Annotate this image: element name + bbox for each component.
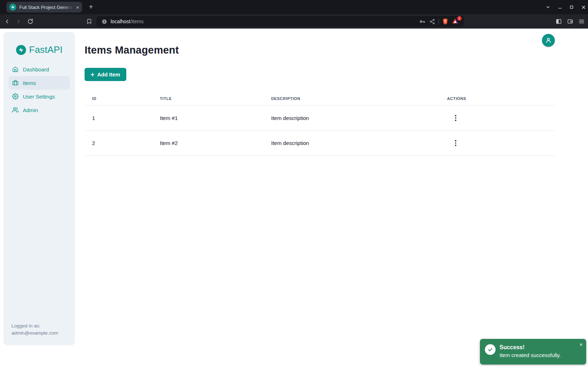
- toast-message: Item created successfully.: [500, 351, 561, 359]
- table-header-row: ID TITLE DESCRIPTION ACTIONS: [85, 91, 555, 106]
- fastapi-bolt-icon: [16, 45, 26, 55]
- share-icon[interactable]: [429, 18, 436, 25]
- fastapi-logo: FastAPI: [4, 32, 75, 55]
- sidebar-item-label: Items: [23, 80, 36, 86]
- url-bar[interactable]: localhost/items 1: [96, 16, 464, 27]
- check-circle-icon: [485, 344, 496, 355]
- reload-button[interactable]: [26, 17, 35, 26]
- forward-button[interactable]: [14, 17, 23, 26]
- new-tab-button[interactable]: +: [87, 3, 95, 11]
- cell-description: Item description: [264, 140, 440, 146]
- window-minimize-icon[interactable]: [557, 4, 563, 10]
- fastapi-favicon-icon: [9, 4, 16, 11]
- menu-hamburger-icon[interactable]: [578, 17, 585, 26]
- bookmark-icon[interactable]: [85, 17, 93, 26]
- browser-tab[interactable]: Full Stack Project Genera ×: [6, 2, 82, 12]
- wallet-icon[interactable]: [567, 17, 574, 26]
- window-close-icon[interactable]: [580, 4, 587, 10]
- window-maximize-icon[interactable]: [568, 4, 575, 10]
- sidebar-item-label: Admin: [23, 107, 38, 113]
- page-title: Items Management: [85, 44, 179, 56]
- add-item-label: Add Item: [97, 71, 120, 77]
- cell-title: Item #2: [152, 140, 264, 146]
- table-row: 1 Item #1 Item description: [85, 106, 555, 131]
- site-info-icon[interactable]: [101, 18, 108, 25]
- plus-icon: +: [91, 71, 95, 78]
- app-sidebar: FastAPI Dashboard Items User Settings Ad…: [4, 32, 75, 345]
- fastapi-logo-text: FastAPI: [29, 44, 63, 55]
- column-header-id: ID: [85, 96, 152, 101]
- row-actions-kebab-icon[interactable]: [452, 138, 459, 148]
- user-avatar-button[interactable]: [542, 34, 555, 47]
- toolbar-divider: [439, 19, 439, 24]
- users-icon: [12, 107, 19, 113]
- items-table: ID TITLE DESCRIPTION ACTIONS 1 Item #1 I…: [85, 91, 555, 156]
- sidebar-item-label: User Settings: [23, 94, 55, 100]
- sidebar-menu: Dashboard Items User Settings Admin: [4, 62, 75, 117]
- brave-rewards-icon[interactable]: 1: [452, 17, 460, 25]
- success-toast: Success! Item created successfully. ×: [480, 339, 586, 365]
- sidebar-toggle-icon[interactable]: [555, 17, 562, 26]
- toast-title: Success!: [500, 344, 561, 351]
- cell-id: 1: [85, 115, 152, 121]
- sidebar-item-user-settings[interactable]: User Settings: [9, 90, 70, 103]
- column-header-description: DESCRIPTION: [264, 96, 440, 101]
- column-header-actions: ACTIONS: [440, 96, 555, 101]
- user-avatar-icon: [545, 37, 552, 44]
- add-item-button[interactable]: + Add Item: [85, 68, 126, 81]
- logged-in-label: Logged in as:: [11, 322, 58, 330]
- browser-tab-bar: Full Stack Project Genera × +: [0, 0, 588, 14]
- browser-toolbar: localhost/items 1: [0, 14, 588, 29]
- back-button[interactable]: [3, 17, 11, 26]
- cell-id: 2: [85, 140, 152, 146]
- cell-description: Item description: [264, 115, 440, 121]
- toast-close-icon[interactable]: ×: [579, 342, 583, 347]
- tab-search-chevron-icon[interactable]: [545, 4, 551, 10]
- url-path: /items: [130, 19, 143, 24]
- sidebar-item-label: Dashboard: [23, 66, 49, 72]
- logged-in-email: admin@example.com: [11, 330, 58, 337]
- window-controls: [545, 0, 587, 14]
- tab-close-icon[interactable]: ×: [76, 5, 79, 10]
- sidebar-item-admin[interactable]: Admin: [9, 103, 70, 117]
- logged-in-info: Logged in as: admin@example.com: [11, 322, 58, 337]
- sidebar-item-dashboard[interactable]: Dashboard: [9, 62, 70, 76]
- rewards-badge: 1: [457, 16, 462, 21]
- sidebar-item-items[interactable]: Items: [9, 76, 70, 90]
- tab-title: Full Stack Project Genera: [19, 5, 72, 10]
- table-row: 2 Item #2 Item description: [85, 131, 555, 156]
- password-key-icon[interactable]: [419, 18, 426, 25]
- url-host: localhost: [111, 19, 130, 24]
- row-actions-kebab-icon[interactable]: [452, 113, 459, 123]
- gear-icon: [12, 93, 19, 100]
- cell-title: Item #1: [152, 115, 264, 121]
- home-icon: [12, 66, 19, 72]
- briefcase-icon: [12, 80, 19, 86]
- brave-shield-icon[interactable]: [442, 18, 449, 25]
- column-header-title: TITLE: [152, 96, 264, 101]
